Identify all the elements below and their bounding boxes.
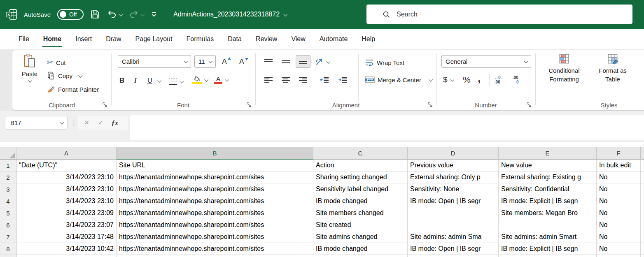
increase-indent-button[interactable] — [335, 73, 350, 86]
cell-a8[interactable]: 3/14/2023 10:42 — [16, 243, 117, 255]
cell-c8[interactable]: IB mode changed — [313, 243, 408, 255]
row-header-5[interactable]: 5 — [0, 207, 16, 219]
cell-c7[interactable]: Site admins changed — [313, 231, 408, 243]
tab-formulas[interactable]: Formulas — [179, 29, 221, 49]
cell-f7[interactable]: No — [597, 231, 641, 243]
align-left-button[interactable] — [261, 73, 276, 86]
cell-f4[interactable]: No — [597, 195, 641, 207]
tab-data[interactable]: Data — [221, 29, 249, 49]
column-header-c[interactable]: C — [313, 147, 408, 160]
borders-chevron-icon[interactable] — [180, 79, 184, 83]
cell-b7[interactable]: https://tenantadminnewhope.sharepoint.co… — [117, 231, 313, 243]
cell-e8[interactable]: IB mode: Explicit | IB segn — [499, 243, 597, 255]
name-box-chevron-icon[interactable] — [60, 120, 64, 125]
search-input[interactable] — [397, 11, 602, 18]
cell-b8[interactable]: https://tenantadminnewhope.sharepoint.co… — [117, 243, 313, 255]
row-header-1[interactable]: 1 — [0, 160, 16, 171]
middle-align-button[interactable] — [278, 55, 293, 68]
undo-dropdown-chevron-icon[interactable] — [119, 12, 123, 16]
merge-center-button[interactable]: Merge & Center — [365, 74, 432, 86]
format-as-table-button[interactable]: Format as Table — [593, 53, 632, 83]
cell-d5[interactable] — [408, 207, 499, 219]
cell-f6[interactable]: No — [597, 219, 641, 231]
tab-file[interactable]: File — [12, 29, 36, 49]
comma-style-button[interactable]: , — [478, 72, 481, 84]
enter-icon[interactable]: ✓ — [98, 119, 103, 127]
row-header-8[interactable]: 8 — [0, 243, 16, 255]
cell-c3[interactable]: Sensitivity label changed — [313, 183, 408, 195]
cell-e3[interactable]: Sensitivity: Confidential — [499, 183, 597, 195]
column-header-e[interactable]: E — [499, 147, 597, 160]
autosave-toggle[interactable]: Off — [57, 9, 84, 20]
row-header-6[interactable]: 6 — [0, 219, 16, 231]
cell-g5[interactable] — [641, 207, 644, 219]
cell-g3[interactable] — [641, 183, 644, 195]
format-painter-button[interactable]: Format Painter — [47, 83, 99, 95]
align-center-button[interactable] — [278, 73, 293, 86]
cell-d6[interactable] — [408, 219, 499, 231]
redo-button[interactable] — [128, 9, 144, 19]
decrease-font-size-button[interactable]: A — [236, 55, 251, 68]
quick-access-toolbar-button[interactable] — [150, 11, 158, 18]
column-header-a[interactable]: A — [16, 147, 117, 160]
copy-button[interactable]: Copy — [47, 70, 82, 81]
search-box[interactable] — [366, 5, 632, 24]
cell-g6[interactable] — [641, 219, 644, 231]
cell-d3[interactable]: Sensitivity: None — [408, 183, 499, 195]
undo-button[interactable] — [107, 9, 122, 19]
tab-automate[interactable]: Automate — [313, 29, 355, 49]
paste-dropdown-chevron-icon[interactable] — [28, 79, 32, 83]
bottom-align-button[interactable] — [296, 55, 310, 68]
cell-styles-button[interactable]: Cell Styles — [636, 53, 644, 83]
cell-a5[interactable]: 3/14/2023 23:09 — [16, 207, 117, 219]
font-dialog-launcher[interactable] — [246, 102, 252, 108]
cell-c1[interactable]: Action — [313, 160, 408, 171]
increase-decimal-button[interactable]: ←0 .00 — [494, 74, 501, 86]
cell-e6[interactable] — [499, 219, 597, 231]
cell-f1[interactable]: In bulk edit — [597, 160, 641, 171]
underline-button[interactable]: U — [147, 75, 161, 86]
cell-b5[interactable]: https://tenantadminnewhope.sharepoint.co… — [117, 207, 313, 219]
paste-button[interactable]: Paste — [16, 53, 43, 82]
accounting-chevron-icon[interactable] — [450, 77, 454, 81]
cell-f5[interactable]: No — [597, 207, 641, 219]
cell-f2[interactable]: No — [597, 171, 641, 183]
copy-dropdown-chevron-icon[interactable] — [78, 73, 82, 77]
cell-a2[interactable]: 3/14/2023 23:10 — [16, 171, 117, 183]
insert-function-icon[interactable]: ƒx — [112, 119, 118, 127]
cell-e5[interactable]: Site members: Megan Bro — [499, 207, 597, 219]
cell-g2[interactable] — [641, 171, 644, 183]
cell-f8[interactable]: No — [597, 243, 641, 255]
cell-f3[interactable]: No — [597, 183, 641, 195]
cell-b6[interactable]: https://tenantadminnewhope.sharepoint.co… — [117, 219, 313, 231]
cell-d1[interactable]: Previous value — [408, 160, 499, 171]
fill-color-button[interactable] — [192, 74, 208, 86]
cell-g7[interactable] — [641, 231, 644, 243]
tab-insert[interactable]: Insert — [68, 29, 99, 49]
cell-d4[interactable]: IB mode: Open | IB segr — [408, 195, 499, 207]
borders-button[interactable] — [169, 76, 183, 87]
more-options-icon[interactable]: ⋮ — [71, 116, 77, 130]
merge-center-chevron-icon[interactable] — [429, 77, 433, 81]
wrap-text-button[interactable]: Wrap Text — [365, 57, 404, 68]
document-title-menu[interactable]: AdminActions_20230314232318872 — [173, 11, 287, 18]
font-color-chevron-icon[interactable] — [225, 77, 229, 81]
underline-chevron-icon[interactable] — [157, 78, 161, 82]
tab-review[interactable]: Review — [249, 29, 284, 49]
tab-help[interactable]: Help — [355, 29, 382, 49]
cell-g8[interactable] — [641, 243, 644, 255]
cell-e4[interactable]: IB mode: Explicit | IB segn — [499, 195, 597, 207]
column-header-g-partial[interactable] — [641, 147, 644, 160]
column-header-f[interactable]: F — [597, 147, 641, 160]
bold-button[interactable]: B — [119, 75, 124, 86]
tab-page-layout[interactable]: Page Layout — [128, 29, 180, 49]
cell-c6[interactable]: Site created — [313, 219, 408, 231]
cancel-icon[interactable]: ✕ — [84, 119, 89, 127]
align-right-button[interactable] — [296, 73, 310, 86]
cell-c4[interactable]: IB mode changed — [313, 195, 408, 207]
name-box[interactable]: B17 — [5, 116, 68, 130]
cell-d8[interactable]: IB mode: Open | IB segr — [408, 243, 499, 255]
alignment-dialog-launcher[interactable] — [427, 102, 433, 108]
select-all-button[interactable] — [0, 147, 16, 160]
cell-b4[interactable]: https://tenantadminnewhope.sharepoint.co… — [117, 195, 313, 207]
